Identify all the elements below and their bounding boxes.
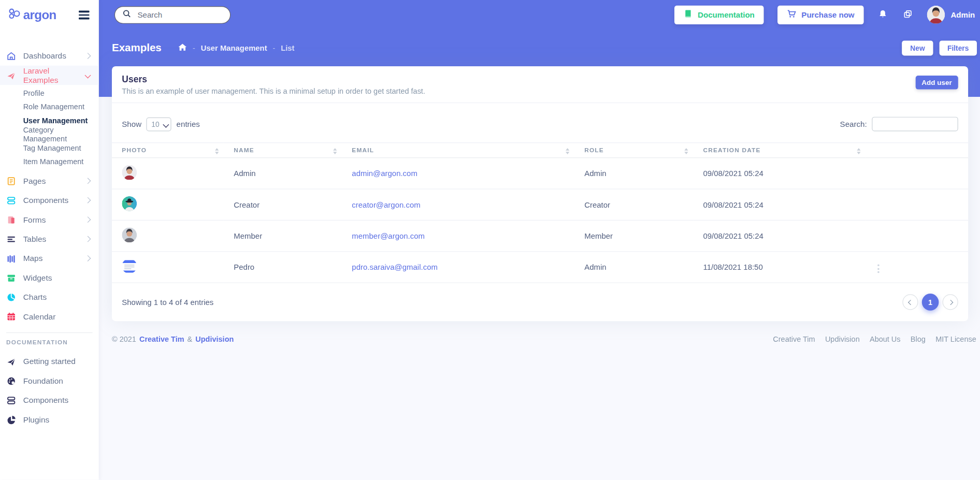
new-button[interactable]: New xyxy=(902,40,933,55)
footer-link-mit-license[interactable]: MIT License xyxy=(935,335,976,344)
sort-icon xyxy=(684,148,688,154)
sidebar-item-charts[interactable]: Charts xyxy=(0,287,99,307)
pagination: 1 xyxy=(902,294,958,311)
sidebar-item-dashboards[interactable]: Dashboards xyxy=(0,46,99,65)
add-user-button[interactable]: Add user xyxy=(915,76,958,90)
pie-slice-icon xyxy=(6,415,16,425)
sidebar-item-laravel-examples[interactable]: Laravel Examples xyxy=(0,66,99,85)
sidebar-item-components[interactable]: Components xyxy=(0,191,99,210)
table-search-input[interactable] xyxy=(872,117,958,132)
sidebar-item-forms[interactable]: Forms xyxy=(0,210,99,229)
spaceship-icon xyxy=(6,70,16,80)
sidebar-item-calendar[interactable]: Calendar xyxy=(0,307,99,326)
footer-link-about-us[interactable]: About Us xyxy=(870,335,901,344)
sidebar-item-maps[interactable]: Maps xyxy=(0,249,99,268)
pagination-prev-button[interactable] xyxy=(902,294,918,310)
page-length-select-wrap: 10 xyxy=(147,117,171,131)
pagination-page-1[interactable]: 1 xyxy=(922,294,939,311)
footer-link-updivision[interactable]: Updivision xyxy=(825,335,860,344)
cell-name: Pedro xyxy=(224,252,342,283)
document-icon xyxy=(6,176,16,186)
copyright: © 2021 Creative Tim & Updivision xyxy=(112,335,234,344)
documentation-button[interactable]: Documentation xyxy=(674,5,764,24)
apps-button[interactable] xyxy=(903,9,913,20)
rocket-icon xyxy=(6,356,16,366)
user-name: Admin xyxy=(950,10,975,19)
card-title: Users xyxy=(122,75,958,84)
email-link[interactable]: pdro.saraiva@gmail.com xyxy=(352,263,438,271)
table-row: Pedro pdro.saraiva@gmail.com Admin 11/08… xyxy=(112,252,968,283)
table-row: Member member@argon.com Member 09/08/202… xyxy=(112,220,968,251)
page-header-row: Examples - User Management - List New Fi… xyxy=(99,39,980,57)
sidebar-item-components-doc[interactable]: Components xyxy=(0,390,99,410)
sidebar: argon Dashboards Laravel Examples Profil… xyxy=(0,0,99,480)
argon-logo-icon xyxy=(8,7,21,22)
home-icon[interactable] xyxy=(178,42,187,54)
email-link[interactable]: admin@argon.com xyxy=(352,169,417,178)
chevron-right-icon xyxy=(85,197,91,203)
breadcrumb-user-management[interactable]: User Management xyxy=(201,43,267,52)
card-footer: Showing 1 to 4 of 4 entries 1 xyxy=(112,283,968,322)
updivision-link[interactable]: Updivision xyxy=(195,335,234,344)
notifications-button[interactable] xyxy=(878,9,887,20)
sidebar-item-profile[interactable]: Profile xyxy=(0,86,99,100)
sort-icon xyxy=(215,148,219,154)
sort-icon xyxy=(333,148,337,154)
sidebar-item-tables[interactable]: Tables xyxy=(0,229,99,249)
form-icon xyxy=(6,214,16,224)
breadcrumb-list[interactable]: List xyxy=(281,43,294,52)
brand-name: argon xyxy=(23,8,56,22)
search-input[interactable] xyxy=(136,10,223,20)
argon-logo[interactable]: argon xyxy=(8,7,56,22)
page-length-select[interactable]: 10 xyxy=(147,117,171,131)
column-header-creation-date[interactable]: CREATION DATE xyxy=(693,143,866,158)
email-link[interactable]: creator@argon.com xyxy=(352,200,420,209)
sidebar-item-role-management[interactable]: Role Management xyxy=(0,100,99,114)
table-row: Admin admin@argon.com Admin 09/08/2021 0… xyxy=(112,158,968,189)
sidebar-item-pages[interactable]: Pages xyxy=(0,171,99,191)
sidebar-nav: Dashboards Laravel Examples Profile Role… xyxy=(0,46,99,429)
footer-link-creative-tim[interactable]: Creative Tim xyxy=(773,335,815,344)
sidebar-item-widgets[interactable]: Widgets xyxy=(0,268,99,287)
creative-tim-link[interactable]: Creative Tim xyxy=(139,335,184,344)
brand-row: argon xyxy=(0,0,99,30)
chevron-right-icon xyxy=(85,178,91,184)
pagination-next-button[interactable] xyxy=(943,294,958,310)
topbar-search[interactable] xyxy=(114,6,230,23)
column-header-email[interactable]: EMAIL xyxy=(342,143,574,158)
sidebar-item-foundation[interactable]: Foundation xyxy=(0,371,99,390)
users-table: PHOTO NAME EMAIL ROLE CREATION DATE Admi… xyxy=(112,142,968,283)
pie-chart-icon xyxy=(6,292,16,302)
table-search-label: Search: xyxy=(840,120,867,128)
row-actions-menu[interactable] xyxy=(875,263,881,274)
chevron-right-icon xyxy=(85,53,91,59)
bell-icon xyxy=(878,9,887,20)
purchase-now-button[interactable]: Purchase now xyxy=(777,5,863,24)
column-header-role[interactable]: ROLE xyxy=(574,143,693,158)
cell-role: Creator xyxy=(574,189,693,220)
cell-name: Admin xyxy=(224,158,342,189)
align-left-icon xyxy=(6,234,16,244)
chevron-left-icon xyxy=(907,299,913,304)
sidebar-item-plugins[interactable]: Plugins xyxy=(0,410,99,429)
email-link[interactable]: member@argon.com xyxy=(352,231,425,240)
avatar xyxy=(122,259,137,274)
shop-icon xyxy=(6,51,16,61)
calendar-icon xyxy=(6,312,16,322)
sidebar-item-tag-management[interactable]: Tag Management xyxy=(0,141,99,155)
sidebar-toggle-button[interactable] xyxy=(78,10,91,21)
filters-button[interactable]: Filters xyxy=(939,40,977,55)
sidebar-item-category-management[interactable]: Category Management xyxy=(0,127,99,141)
atoms-icon xyxy=(6,395,16,405)
app-window: argon Dashboards Laravel Examples Profil… xyxy=(0,0,980,480)
sidebar-item-item-management[interactable]: Item Management xyxy=(0,155,99,169)
top-navbar: Documentation Purchase now xyxy=(99,0,980,30)
table-controls: Show 10 entries Search: xyxy=(112,103,968,142)
column-header-photo[interactable]: PHOTO xyxy=(112,143,224,158)
user-menu[interactable]: Admin xyxy=(927,6,975,24)
archive-box-icon xyxy=(6,273,16,283)
avatar xyxy=(122,227,137,242)
sidebar-item-getting-started[interactable]: Getting started xyxy=(0,352,99,371)
footer-link-blog[interactable]: Blog xyxy=(911,335,926,344)
column-header-name[interactable]: NAME xyxy=(224,143,342,158)
